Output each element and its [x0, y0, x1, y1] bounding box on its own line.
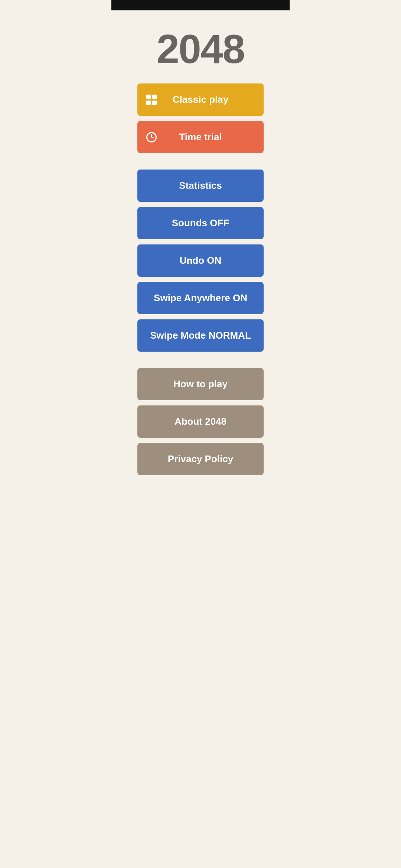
swipe-anywhere-label: Swipe Anywhere ON [154, 292, 247, 304]
how-to-play-label: How to play [173, 378, 228, 390]
spacer-2 [137, 357, 264, 368]
classic-play-button[interactable]: Classic play [137, 83, 264, 116]
classic-play-label: Classic play [173, 94, 228, 105]
clock-icon [146, 132, 157, 142]
swipe-anywhere-button[interactable]: Swipe Anywhere ON [137, 282, 264, 314]
undo-label: Undo ON [180, 255, 222, 266]
status-bar [111, 0, 290, 10]
statistics-button[interactable]: Statistics [137, 170, 264, 202]
spacer-1 [137, 158, 264, 170]
title-section: 2048 [111, 10, 290, 83]
buttons-container: Classic play Time trial Statistics Sound… [111, 83, 290, 480]
undo-button[interactable]: Undo ON [137, 244, 264, 277]
time-trial-label: Time trial [179, 131, 222, 143]
swipe-mode-button[interactable]: Swipe Mode NORMAL [137, 319, 264, 352]
swipe-mode-label: Swipe Mode NORMAL [150, 330, 251, 341]
privacy-policy-button[interactable]: Privacy Policy [137, 443, 264, 475]
sounds-button[interactable]: Sounds OFF [137, 207, 264, 239]
grid-icon [146, 95, 157, 105]
app-title: 2048 [157, 25, 245, 72]
about-button[interactable]: About 2048 [137, 405, 264, 438]
privacy-policy-label: Privacy Policy [168, 453, 233, 465]
how-to-play-button[interactable]: How to play [137, 368, 264, 400]
sounds-label: Sounds OFF [172, 217, 229, 229]
time-trial-button[interactable]: Time trial [137, 121, 264, 153]
about-label: About 2048 [175, 416, 226, 427]
statistics-label: Statistics [179, 180, 222, 191]
